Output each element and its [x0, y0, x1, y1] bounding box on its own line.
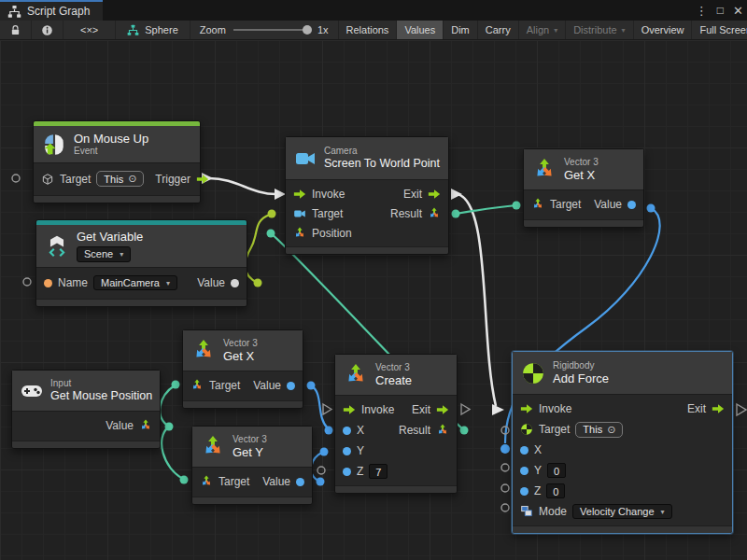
z-value-field[interactable]: 7 — [369, 464, 388, 479]
vector3-icon — [191, 339, 216, 363]
chevron-down-icon: ▾ — [120, 250, 123, 259]
vector3-icon[interactable] — [428, 207, 441, 220]
value-port[interactable] — [287, 382, 295, 390]
distribute-button[interactable]: Distribute ▾ — [566, 21, 633, 39]
value-port[interactable] — [231, 279, 239, 287]
maximize-icon[interactable]: □ — [717, 5, 724, 16]
this-label: This — [104, 174, 123, 185]
target-label: Target — [550, 198, 581, 211]
graph-canvas[interactable]: On Mouse Up Event Target This ⊙ Trigger — [0, 40, 747, 560]
relations-button[interactable]: Relations — [339, 21, 398, 39]
gameobject-cube-icon[interactable] — [41, 173, 54, 186]
vector3-icon[interactable] — [190, 379, 204, 392]
vector3-icon[interactable] — [200, 475, 213, 488]
node-title: Get X — [223, 349, 258, 364]
node-get-variable[interactable]: Get Variable Scene ▾ Name MainCamera ▾ V… — [35, 219, 247, 307]
z-label: Z — [534, 484, 541, 497]
edit-graph-button[interactable]: <×> — [63, 21, 116, 39]
lock-button[interactable] — [0, 21, 32, 39]
align-button[interactable]: Align ▾ — [519, 21, 566, 39]
value-port[interactable] — [627, 201, 636, 209]
node-title: Add Force — [553, 371, 609, 386]
tab-title: Script Graph — [27, 5, 90, 18]
port-row: Target Value — [183, 374, 303, 397]
create-invoke-port-marker — [323, 404, 331, 414]
exit-port[interactable] — [436, 403, 449, 416]
tab-script-graph[interactable]: Script Graph — [0, 0, 103, 21]
node-add-force[interactable]: Rigidbody Add Force Invoke Exit Target T… — [512, 351, 733, 534]
node-vector3-get-x-mid[interactable]: Vector 3 Get X Target Value — [182, 329, 303, 409]
value-port[interactable] — [296, 478, 304, 486]
node-footer — [12, 441, 160, 448]
exit-port[interactable] — [428, 188, 441, 201]
fullscreen-label: Full Screen — [699, 24, 747, 35]
scope-dropdown[interactable]: Scene ▾ — [77, 246, 131, 262]
x-port[interactable] — [520, 446, 529, 455]
port-row: Name MainCamera ▾ Value — [36, 271, 247, 295]
exit-out-arrow — [451, 189, 462, 200]
node-subtitle: Event — [74, 146, 148, 157]
vector3-icon[interactable] — [436, 424, 449, 437]
invoke-port[interactable] — [520, 402, 533, 415]
carry-button[interactable]: Carry — [478, 21, 519, 39]
x-port[interactable] — [343, 427, 351, 435]
target-this-pill[interactable]: This ⊙ — [96, 171, 144, 187]
y-port[interactable] — [343, 447, 351, 455]
window-menu-icon[interactable]: ⋮ — [696, 5, 708, 17]
node-footer — [192, 497, 312, 504]
port-row: Value — [12, 414, 160, 437]
node-on-mouse-up[interactable]: On Mouse Up Event Target This ⊙ Trigger — [33, 120, 201, 203]
create-exit-port-marker — [461, 404, 470, 414]
zoom-value: 1x — [317, 24, 329, 35]
values-button[interactable]: Values — [397, 21, 444, 39]
port-row: Position — [286, 223, 448, 243]
y-port[interactable] — [520, 467, 529, 475]
vector3-icon[interactable] — [531, 198, 544, 211]
overview-label: Overview — [641, 24, 684, 35]
rigidbody-icon[interactable] — [520, 423, 533, 436]
wire-getx-to-create-x — [311, 385, 328, 428]
dim-button[interactable]: Dim — [444, 21, 478, 39]
node-vector3-get-x-top[interactable]: Vector 3 Get X Target Value — [523, 148, 644, 228]
z-port[interactable] — [520, 487, 529, 496]
node-screen-to-world-point[interactable]: Camera Screen To World Point Invoke Exit… — [285, 136, 449, 255]
node-vector3-get-y[interactable]: Vector 3 Get Y Target Value — [191, 426, 313, 505]
node-get-mouse-position[interactable]: Input Get Mouse Position Value — [11, 370, 161, 449]
variable-name-dropdown[interactable]: MainCamera ▾ — [93, 275, 177, 290]
node-category: Rigidbody — [553, 360, 609, 371]
info-button[interactable] — [32, 21, 63, 39]
vector3-icon[interactable] — [139, 419, 152, 432]
target-label: Target — [60, 173, 91, 186]
graph-breadcrumb[interactable]: Sphere — [116, 21, 190, 39]
target-this-pill[interactable]: This ⊙ — [575, 422, 623, 438]
zoom-slider-handle[interactable] — [303, 25, 312, 35]
chevron-down-icon: ▾ — [661, 508, 665, 516]
close-icon[interactable]: ✕ — [733, 5, 743, 17]
enum-icon[interactable] — [520, 505, 533, 518]
node-vector3-create[interactable]: Vector 3 Create Invoke Exit X Result — [334, 354, 458, 494]
y-value-field[interactable]: 0 — [547, 463, 566, 478]
zoom-slider[interactable] — [233, 29, 310, 31]
z-port[interactable] — [343, 468, 351, 476]
camera-icon[interactable] — [293, 207, 306, 220]
port-row: Invoke Exit — [513, 399, 732, 419]
mode-dropdown[interactable]: Velocity Change ▾ — [572, 504, 672, 519]
name-port[interactable] — [44, 279, 52, 287]
node-header: Input Get Mouse Position — [12, 371, 160, 412]
invoke-port[interactable] — [293, 188, 306, 201]
vector3-icon[interactable] — [293, 227, 306, 240]
node-title: Get Mouse Position — [50, 389, 152, 403]
vector3-icon — [201, 435, 225, 459]
exit-port[interactable] — [712, 402, 725, 415]
trigger-port[interactable] — [196, 173, 209, 186]
overview-button[interactable]: Overview — [634, 21, 693, 39]
wire-mousepos-to-getx — [160, 385, 175, 427]
result-label: Result — [399, 424, 430, 437]
invoke-port[interactable] — [343, 403, 356, 416]
z-value-field[interactable]: 0 — [546, 483, 565, 498]
code-icon: <×> — [80, 24, 98, 35]
fullscreen-button[interactable]: Full Screen — [692, 21, 747, 39]
dim-label: Dim — [451, 24, 470, 35]
scope-value: Scene — [84, 248, 113, 260]
node-footer — [335, 485, 457, 493]
